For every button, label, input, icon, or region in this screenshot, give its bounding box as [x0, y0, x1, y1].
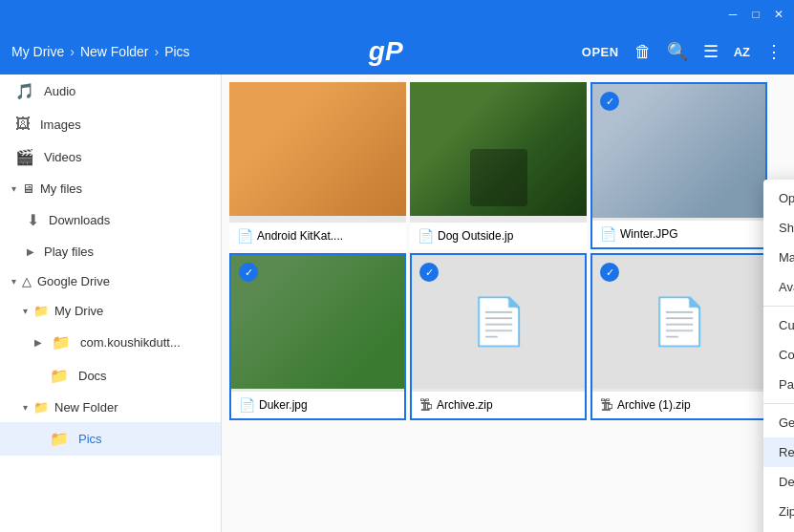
- open-button[interactable]: OPEN: [582, 45, 619, 59]
- search-icon[interactable]: 🔍: [667, 41, 688, 62]
- sidebar-label-videos: Videos: [44, 150, 82, 164]
- sidebar-label-myfiles: My files: [40, 181, 82, 196]
- file-label: 📄 Android KitKat....: [229, 223, 406, 249]
- docs-icon: 📁: [50, 367, 69, 385]
- chevron-newfolder: ▾: [23, 402, 28, 413]
- ctx-copy[interactable]: Copy Ctrl+C: [763, 340, 794, 370]
- delete-icon[interactable]: 🗑: [634, 42, 652, 62]
- sidebar-item-playfiles[interactable]: ▶ Play files: [0, 237, 221, 266]
- blank-file-icon: 📄: [651, 295, 708, 349]
- sidebar: 🎵 Audio 🖼 Images 🎬 Videos ▾ 🖥 My files ⬇…: [0, 74, 222, 532]
- more-icon[interactable]: ⋮: [765, 41, 783, 62]
- breadcrumb-sep2: ›: [155, 44, 160, 59]
- sidebar-item-docs[interactable]: 📁 Docs: [0, 359, 221, 393]
- context-menu: Open ⋮ Share with others Manage in Drive…: [763, 180, 794, 532]
- chevron-koushik: ▶: [34, 337, 42, 348]
- menu-icon[interactable]: ☰: [703, 41, 719, 62]
- ctx-newfolder[interactable]: New folder Ctrl+E: [763, 526, 794, 532]
- sidebar-item-myfiles[interactable]: ▾ 🖥 My files: [0, 174, 221, 203]
- sidebar-item-googledrive[interactable]: ▾ △ Google Drive: [0, 266, 221, 296]
- ctx-copy-label: Copy: [779, 348, 794, 362]
- ctx-open[interactable]: Open ⋮: [763, 183, 794, 213]
- toolbar-actions: OPEN 🗑 🔍 ☰ AZ ⋮: [582, 41, 783, 62]
- sidebar-label-images: Images: [40, 117, 81, 132]
- file-thumbnail: [229, 82, 406, 216]
- file-item[interactable]: ✓ 📄 🗜 Archive (1).zip: [590, 253, 767, 420]
- ctx-getinfo-label: Get info: [779, 415, 794, 430]
- select-badge: ✓: [419, 263, 439, 282]
- sidebar-item-audio[interactable]: 🎵 Audio: [0, 74, 221, 108]
- close-button[interactable]: ✕: [771, 7, 786, 22]
- file-label: 🗜 Archive (1).zip: [592, 392, 765, 418]
- minimize-button[interactable]: ─: [725, 7, 740, 22]
- sidebar-item-koushik[interactable]: ▶ 📁 com.koushikdutt...: [0, 326, 221, 359]
- chevron-playfiles: ▶: [27, 246, 34, 257]
- pdf-icon: 📄: [239, 397, 255, 413]
- sidebar-item-newfolder[interactable]: ▾ 📁 New Folder: [0, 393, 221, 422]
- breadcrumb: My Drive › New Folder › Pics: [11, 44, 190, 59]
- sidebar-label-pics: Pics: [78, 432, 102, 446]
- ctx-open-label: Open: [779, 191, 794, 205]
- app-logo: gP: [190, 36, 582, 67]
- title-bar: ─ □ ✕: [0, 0, 794, 29]
- file-item[interactable]: 📄 Android KitKat....: [229, 82, 406, 249]
- maximize-button[interactable]: □: [748, 7, 763, 22]
- mydrive-icon: 📁: [33, 304, 49, 318]
- videos-icon: 🎬: [15, 148, 34, 166]
- file-name: Dog Outside.jp: [438, 229, 513, 243]
- blank-file-icon: 📄: [470, 295, 527, 349]
- file-item[interactable]: 📄 Dog Outside.jp: [410, 82, 587, 249]
- file-name: Winter.JPG: [620, 227, 678, 241]
- sidebar-label-newfolder: New Folder: [54, 400, 118, 415]
- toolbar: My Drive › New Folder › Pics gP OPEN 🗑 🔍…: [0, 29, 794, 74]
- ctx-zip[interactable]: Zip selection: [763, 497, 794, 526]
- sidebar-item-pics[interactable]: 📁 Pics: [0, 422, 221, 456]
- ctx-delete-label: Delete: [779, 475, 794, 489]
- sidebar-label-downloads: Downloads: [49, 213, 110, 227]
- breadcrumb-pics[interactable]: Pics: [164, 44, 189, 59]
- sidebar-label-playfiles: Play files: [44, 245, 94, 259]
- select-badge: ✓: [600, 263, 619, 282]
- ctx-manage-drive[interactable]: Manage in Drive: [763, 243, 794, 272]
- sidebar-item-downloads[interactable]: ⬇ Downloads: [0, 203, 221, 237]
- sidebar-item-mydrive[interactable]: ▾ 📁 My Drive: [0, 296, 221, 326]
- downloads-icon: ⬇: [27, 211, 39, 229]
- ctx-offline[interactable]: Available offline: [763, 272, 794, 302]
- ctx-delete[interactable]: Delete Alt+Backspace: [763, 467, 794, 497]
- chevron-myfiles: ▾: [11, 183, 16, 194]
- myfiles-icon: 🖥: [22, 181, 34, 196]
- audio-icon: 🎵: [15, 82, 34, 100]
- sidebar-item-videos[interactable]: 🎬 Videos: [0, 140, 221, 174]
- ctx-getinfo[interactable]: Get info Space: [763, 408, 794, 437]
- googledrive-icon: △: [22, 274, 32, 288]
- file-label: 📄 Duker.jpg: [231, 392, 404, 418]
- content-area: 📄 Android KitKat.... 📄 Dog Outside.jp ✓: [222, 74, 794, 532]
- ctx-paste[interactable]: Paste Ctrl+V: [763, 370, 794, 399]
- file-item[interactable]: ✓ 📄 Winter.JPG: [590, 82, 767, 249]
- ctx-manage-label: Manage in Drive: [779, 250, 794, 265]
- newfolder-icon: 📁: [33, 400, 49, 415]
- sort-icon[interactable]: AZ: [734, 45, 750, 59]
- pics-icon: 📁: [50, 430, 69, 448]
- file-item[interactable]: ✓ 📄 🗜 Archive.zip: [410, 253, 587, 420]
- ctx-share[interactable]: Share with others: [763, 213, 794, 243]
- ctx-share-label: Share with others: [779, 221, 794, 235]
- sidebar-label-mydrive: My Drive: [54, 304, 103, 318]
- file-name: Android KitKat....: [257, 229, 343, 243]
- sidebar-label-docs: Docs: [78, 369, 107, 383]
- breadcrumb-mydrive[interactable]: My Drive: [11, 44, 64, 59]
- file-item[interactable]: ✓ 📄 Duker.jpg: [229, 253, 406, 420]
- select-badge: ✓: [600, 92, 619, 111]
- ctx-rename[interactable]: Rename Ctrl+Enter: [763, 437, 794, 467]
- sidebar-label-googledrive: Google Drive: [37, 274, 110, 288]
- file-label: 📄 Dog Outside.jp: [410, 223, 587, 249]
- sidebar-item-images[interactable]: 🖼 Images: [0, 108, 221, 140]
- main-layout: 🎵 Audio 🖼 Images 🎬 Videos ▾ 🖥 My files ⬇…: [0, 74, 794, 532]
- pdf-icon: 📄: [237, 228, 253, 244]
- chevron-googledrive: ▾: [11, 276, 16, 287]
- zip-icon: 🗜: [419, 397, 433, 413]
- select-badge: ✓: [239, 263, 258, 282]
- ctx-divider1: [763, 306, 794, 307]
- ctx-cut[interactable]: Cut Ctrl+X: [763, 310, 794, 340]
- breadcrumb-newfolder[interactable]: New Folder: [80, 44, 149, 59]
